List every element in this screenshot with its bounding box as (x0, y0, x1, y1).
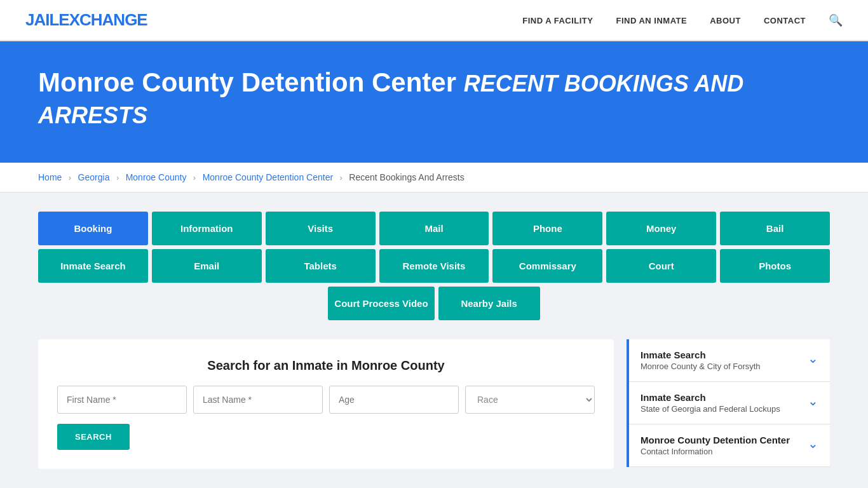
main-content: Booking Information Visits Mail Phone Mo… (0, 193, 868, 488)
tab-commissary[interactable]: Commissary (492, 249, 602, 283)
tab-remote-visits[interactable]: Remote Visits (379, 249, 489, 283)
sidebar-subtitle-georgia: State of Georgia and Federal Lockups (641, 404, 780, 414)
sidebar-title-monroe: Inmate Search (641, 349, 761, 360)
chevron-down-icon: ⌄ (808, 393, 818, 409)
breadcrumb-sep-2: › (116, 173, 119, 182)
nav-links: FIND A FACILITY FIND AN INMATE ABOUT CON… (522, 13, 843, 27)
hero-section: Monroe County Detention Center RECENT BO… (0, 41, 868, 163)
tab-visits[interactable]: Visits (266, 212, 376, 245)
tab-email[interactable]: Email (152, 249, 262, 283)
age-input[interactable] (329, 386, 459, 414)
breadcrumb-georgia[interactable]: Georgia (78, 172, 110, 182)
breadcrumb-sep-1: › (69, 173, 71, 182)
tab-mail[interactable]: Mail (379, 212, 489, 245)
sidebar-item-contact-info[interactable]: Monroe County Detention Center Contact I… (629, 424, 830, 467)
tab-photos[interactable]: Photos (720, 249, 830, 283)
sidebar-item-inmate-search-georgia[interactable]: Inmate Search State of Georgia and Feder… (629, 382, 830, 424)
breadcrumb-monroe-county[interactable]: Monroe County (126, 172, 187, 182)
tab-inmate-search[interactable]: Inmate Search (38, 249, 148, 283)
bottom-section: Search for an Inmate in Monroe County Ra… (38, 339, 830, 469)
search-button[interactable]: SEARCH (57, 424, 130, 450)
race-select[interactable]: Race White Black Hispanic Asian Other (465, 386, 595, 414)
breadcrumb: Home › Georgia › Monroe County › Monroe … (0, 163, 868, 193)
chevron-down-icon: ⌄ (808, 351, 818, 366)
sidebar-subtitle-contact: Contact Information (641, 447, 790, 456)
breadcrumb-sep-4: › (340, 173, 342, 182)
first-name-input[interactable] (57, 386, 187, 414)
breadcrumb-current: Recent Bookings And Arrests (349, 172, 464, 182)
tab-information[interactable]: Information (152, 212, 262, 245)
tab-phone[interactable]: Phone (492, 212, 602, 245)
tab-tablets[interactable]: Tablets (266, 249, 376, 283)
logo[interactable]: JAILEXCHANGE (25, 10, 147, 30)
tabs-row-1: Booking Information Visits Mail Phone Mo… (38, 212, 830, 245)
sidebar-title-contact: Monroe County Detention Center (641, 435, 790, 445)
tabs-row-2: Inmate Search Email Tablets Remote Visit… (38, 249, 830, 283)
search-form-card: Search for an Inmate in Monroe County Ra… (38, 339, 614, 469)
tab-court[interactable]: Court (606, 249, 716, 283)
tab-bail[interactable]: Bail (720, 212, 830, 245)
sidebar-item-inmate-search-monroe[interactable]: Inmate Search Monroe County & City of Fo… (629, 339, 830, 382)
search-form-title: Search for an Inmate in Monroe County (57, 358, 595, 373)
nav-about[interactable]: ABOUT (710, 16, 741, 25)
tab-booking[interactable]: Booking (38, 212, 148, 245)
tab-nearby-jails[interactable]: Nearby Jails (438, 287, 540, 320)
nav-find-facility[interactable]: FIND A FACILITY (522, 16, 593, 25)
page-title: Monroe County Detention Center RECENT BO… (38, 67, 830, 131)
sidebar-subtitle-monroe: Monroe County & City of Forsyth (641, 362, 761, 371)
tabs-row-3: Court Process Video Nearby Jails (38, 287, 830, 320)
sidebar-title-georgia: Inmate Search (641, 392, 780, 403)
chevron-down-icon: ⌄ (808, 436, 818, 451)
search-icon[interactable]: 🔍 (829, 14, 843, 27)
last-name-input[interactable] (193, 386, 323, 414)
breadcrumb-home[interactable]: Home (38, 172, 62, 182)
navbar: JAILEXCHANGE FIND A FACILITY FIND AN INM… (0, 0, 868, 41)
logo-exchange: EXCHANGE (58, 10, 147, 29)
sidebar: Inmate Search Monroe County & City of Fo… (627, 339, 830, 467)
breadcrumb-sep-3: › (193, 173, 196, 182)
tab-money[interactable]: Money (606, 212, 716, 245)
nav-find-inmate[interactable]: FIND AN INMATE (616, 16, 687, 25)
nav-contact[interactable]: CONTACT (764, 16, 806, 25)
breadcrumb-detention-center[interactable]: Monroe County Detention Center (203, 172, 333, 182)
logo-jail: JAIL (25, 10, 58, 29)
tab-court-process-video[interactable]: Court Process Video (328, 287, 434, 320)
search-fields: Race White Black Hispanic Asian Other (57, 386, 595, 414)
